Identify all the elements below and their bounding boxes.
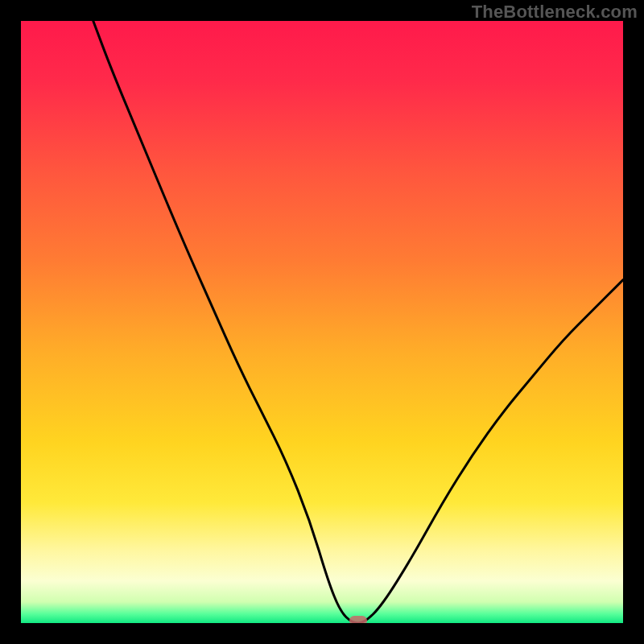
plot-area (21, 21, 623, 623)
chart-frame: TheBottleneck.com (0, 0, 644, 644)
gradient-background (21, 21, 623, 623)
watermark-text: TheBottleneck.com (472, 2, 638, 23)
chart-svg (21, 21, 623, 623)
marker-pill (349, 616, 367, 623)
